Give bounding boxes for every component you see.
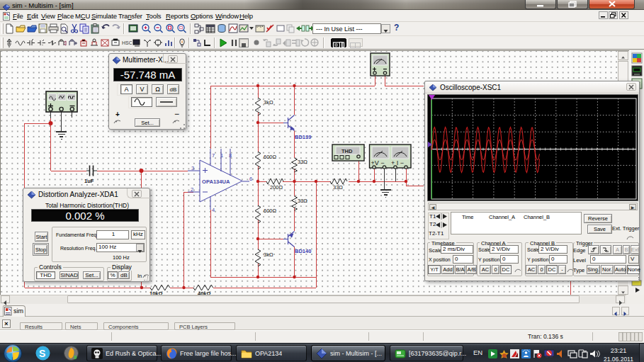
svg-text:3: 3	[191, 165, 194, 171]
svg-text:600Ω: 600Ω	[264, 208, 277, 214]
svg-text:HSC: HSC	[122, 40, 132, 45]
svg-text:3kΩ: 3kΩ	[264, 99, 273, 106]
svg-text:1uF: 1uF	[84, 178, 94, 184]
svg-text:33Ω: 33Ω	[298, 198, 307, 204]
svg-text:3kΩ: 3kΩ	[264, 251, 273, 258]
svg-text:33Ω: 33Ω	[298, 159, 307, 165]
svg-text:9: 9	[74, 354, 77, 361]
svg-text:BD139: BD139	[295, 134, 311, 140]
svg-text:1: 1	[220, 152, 223, 159]
svg-text:33Ω: 33Ω	[333, 184, 343, 191]
svg-text:OPA134UA: OPA134UA	[202, 179, 230, 185]
svg-text:THD: THD	[341, 148, 353, 154]
svg-text:600Ω: 600Ω	[264, 154, 277, 160]
svg-text:8: 8	[229, 152, 232, 159]
svg-text:6: 6	[249, 176, 252, 182]
svg-text:+ I −: + I −	[391, 159, 404, 166]
svg-text:200Ω: 200Ω	[270, 184, 283, 191]
svg-text:S: S	[39, 348, 45, 359]
svg-text:4: 4	[212, 207, 215, 213]
svg-text:+V −: +V −	[371, 159, 385, 166]
svg-text:2: 2	[191, 186, 193, 193]
svg-text:7: 7	[212, 152, 215, 159]
svg-text:BD140: BD140	[295, 248, 311, 254]
